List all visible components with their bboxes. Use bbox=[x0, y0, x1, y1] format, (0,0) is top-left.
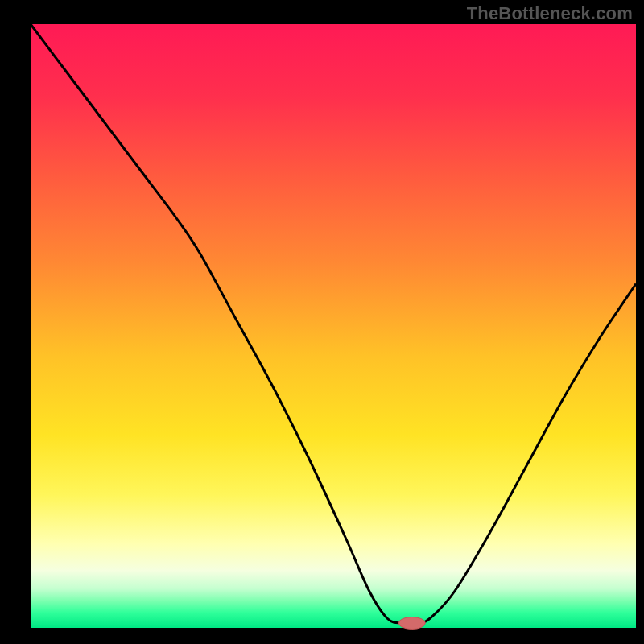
bottleneck-plot bbox=[0, 0, 644, 644]
optimal-point-marker bbox=[398, 617, 425, 630]
gradient-background bbox=[31, 24, 636, 628]
chart-frame: TheBottleneck.com bbox=[0, 0, 644, 644]
